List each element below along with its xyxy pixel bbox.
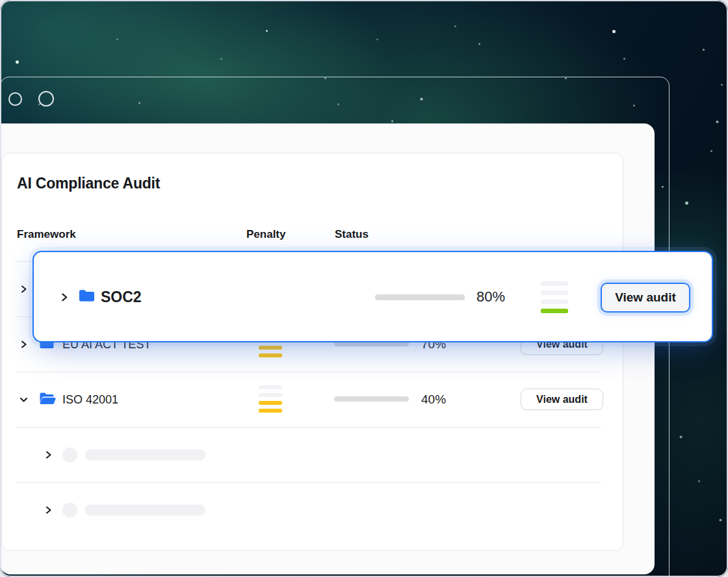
framework-name: ISO 42001	[62, 392, 118, 406]
view-audit-button[interactable]: View audit	[601, 283, 690, 313]
screenshot-root: AI Compliance Audit Framework Penalty St…	[0, 0, 728, 577]
table-row-iso-42001[interactable]: ISO 42001 40% View audit	[2, 372, 623, 427]
progress-percent: 40%	[421, 392, 446, 407]
page-title: AI Compliance Audit	[17, 175, 160, 192]
compliance-audit-card: AI Compliance Audit Framework Penalty St…	[1, 153, 623, 551]
skeleton-text-placeholder	[85, 504, 205, 515]
progress-percent: 80%	[476, 288, 505, 305]
starfield-background	[0, 0, 1, 1]
chevron-right-icon[interactable]	[44, 505, 53, 515]
framework-name: SOC2	[101, 288, 142, 305]
skeleton-row	[2, 482, 623, 537]
window-control-icon[interactable]	[8, 92, 22, 106]
progress-bar	[375, 294, 465, 300]
chevron-right-icon[interactable]	[19, 339, 29, 349]
skeleton-avatar	[62, 502, 77, 517]
highlighted-row-popover-soc2[interactable]: SOC2 80% View audit	[32, 251, 713, 342]
column-header-status: Status	[335, 228, 369, 241]
view-audit-button[interactable]: View audit	[521, 389, 603, 410]
column-header-framework: Framework	[17, 228, 76, 241]
window-control-icon[interactable]	[38, 91, 54, 107]
folder-open-icon	[39, 392, 56, 407]
skeleton-avatar	[62, 447, 77, 462]
chevron-down-icon[interactable]	[19, 394, 29, 404]
chevron-right-icon[interactable]	[59, 292, 69, 301]
skeleton-text-placeholder	[85, 449, 205, 460]
column-header-penalty: Penalty	[246, 228, 285, 241]
skeleton-row	[2, 427, 623, 482]
chevron-right-icon[interactable]	[19, 284, 29, 294]
folder-icon	[78, 288, 96, 305]
progress-bar	[334, 396, 409, 402]
chevron-right-icon[interactable]	[44, 450, 53, 459]
